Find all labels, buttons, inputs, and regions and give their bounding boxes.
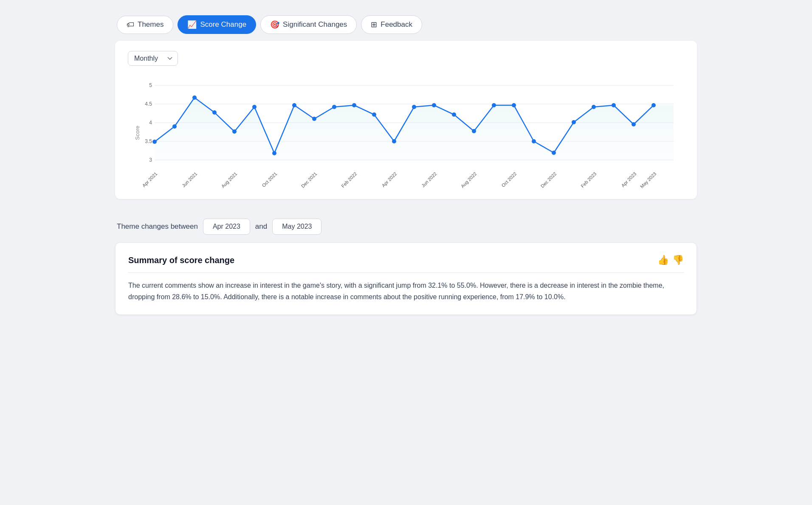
svg-text:Jun 2022: Jun 2022 bbox=[420, 171, 437, 188]
theme-changes-label: Theme changes between bbox=[117, 222, 198, 231]
summary-text: The current comments show an increase in… bbox=[128, 280, 684, 303]
svg-text:Apr 2022: Apr 2022 bbox=[381, 171, 398, 188]
chart-section: Monthly Daily Weekly Quarterly Score 5 4… bbox=[115, 41, 697, 199]
svg-point-35 bbox=[632, 122, 636, 126]
svg-point-18 bbox=[292, 103, 296, 107]
svg-point-25 bbox=[432, 103, 436, 107]
tab-score-change[interactable]: 📈 Score Change bbox=[178, 15, 256, 34]
summary-card: Summary of score change 👍 👎 The current … bbox=[115, 242, 697, 315]
svg-text:Jun 2021: Jun 2021 bbox=[181, 171, 198, 188]
svg-point-20 bbox=[332, 105, 336, 109]
svg-point-19 bbox=[312, 117, 316, 121]
svg-text:Aug 2021: Aug 2021 bbox=[220, 171, 238, 189]
svg-point-15 bbox=[232, 129, 237, 134]
svg-point-17 bbox=[272, 151, 276, 155]
summary-header: Summary of score change 👍 👎 bbox=[128, 255, 684, 273]
score-change-icon: 📈 bbox=[187, 20, 197, 29]
tab-themes-label: Themes bbox=[138, 20, 164, 29]
svg-text:3: 3 bbox=[149, 157, 152, 163]
svg-text:3.5: 3.5 bbox=[145, 138, 152, 144]
date-badge-end[interactable]: May 2023 bbox=[272, 219, 321, 235]
tab-themes[interactable]: 🏷 Themes bbox=[117, 16, 173, 34]
svg-text:Dec 2021: Dec 2021 bbox=[300, 171, 318, 189]
svg-point-29 bbox=[512, 103, 516, 107]
svg-point-26 bbox=[452, 112, 456, 117]
theme-changes-row: Theme changes between Apr 2023 and May 2… bbox=[115, 207, 697, 242]
tabs-bar: 🏷 Themes 📈 Score Change 🎯 Significant Ch… bbox=[115, 8, 697, 41]
main-container: 🏷 Themes 📈 Score Change 🎯 Significant Ch… bbox=[115, 8, 697, 315]
tab-significant-changes[interactable]: 🎯 Significant Changes bbox=[260, 15, 357, 34]
significant-changes-icon: 🎯 bbox=[270, 20, 279, 29]
svg-text:4.5: 4.5 bbox=[145, 101, 152, 107]
svg-text:Score: Score bbox=[134, 126, 141, 140]
thumbdown-button[interactable]: 👎 bbox=[672, 255, 684, 266]
summary-title: Summary of score change bbox=[128, 255, 234, 265]
svg-point-30 bbox=[532, 139, 536, 143]
themes-icon: 🏷 bbox=[127, 20, 134, 29]
thumbup-button[interactable]: 👍 bbox=[657, 255, 669, 266]
thumbdown-icon: 👎 bbox=[672, 255, 684, 265]
svg-text:Oct 2021: Oct 2021 bbox=[261, 171, 278, 188]
tab-feedback-label: Feedback bbox=[381, 20, 412, 29]
svg-text:Apr 2023: Apr 2023 bbox=[620, 171, 637, 188]
svg-point-32 bbox=[572, 120, 576, 124]
svg-point-14 bbox=[212, 110, 217, 115]
svg-point-33 bbox=[592, 105, 596, 109]
dropdown-row: Monthly Daily Weekly Quarterly bbox=[128, 51, 684, 66]
date-badge-start[interactable]: Apr 2023 bbox=[203, 219, 250, 235]
svg-point-21 bbox=[352, 103, 356, 107]
svg-text:Aug 2022: Aug 2022 bbox=[460, 171, 478, 189]
tab-significant-changes-label: Significant Changes bbox=[283, 20, 347, 29]
svg-point-12 bbox=[172, 124, 177, 129]
svg-point-27 bbox=[472, 129, 476, 133]
svg-text:May 2023: May 2023 bbox=[639, 171, 657, 189]
svg-text:Apr 2021: Apr 2021 bbox=[141, 171, 158, 188]
svg-point-24 bbox=[412, 105, 416, 109]
feedback-icons: 👍 👎 bbox=[657, 255, 684, 266]
feedback-icon: ⊞ bbox=[371, 20, 377, 29]
svg-point-22 bbox=[372, 112, 376, 117]
svg-text:5: 5 bbox=[149, 82, 152, 88]
svg-text:Feb 2023: Feb 2023 bbox=[580, 171, 597, 188]
tab-score-change-label: Score Change bbox=[200, 20, 246, 29]
period-dropdown[interactable]: Monthly Daily Weekly Quarterly bbox=[128, 51, 178, 66]
and-text: and bbox=[255, 222, 267, 231]
svg-text:Dec 2022: Dec 2022 bbox=[540, 171, 558, 189]
svg-point-31 bbox=[552, 151, 556, 155]
tab-feedback[interactable]: ⊞ Feedback bbox=[361, 15, 422, 34]
svg-text:Feb 2022: Feb 2022 bbox=[340, 171, 358, 188]
svg-point-13 bbox=[192, 95, 197, 100]
svg-text:Oct 2022: Oct 2022 bbox=[500, 171, 517, 188]
svg-point-28 bbox=[492, 103, 496, 107]
svg-point-16 bbox=[252, 105, 257, 109]
svg-point-34 bbox=[612, 103, 616, 107]
chart-wrapper: Score 5 4.5 4 3.5 3 bbox=[128, 73, 684, 192]
chart-svg: Score 5 4.5 4 3.5 3 bbox=[128, 73, 684, 192]
thumbup-icon: 👍 bbox=[657, 255, 669, 265]
svg-text:4: 4 bbox=[149, 120, 152, 126]
svg-point-36 bbox=[651, 103, 656, 107]
svg-point-23 bbox=[392, 139, 396, 143]
svg-point-11 bbox=[152, 140, 157, 144]
